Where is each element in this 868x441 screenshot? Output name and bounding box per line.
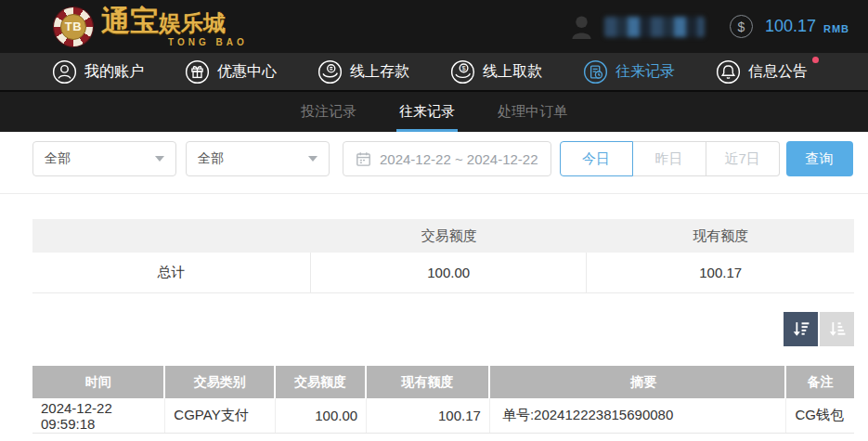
quick-date-group: 今日 昨日 近7日: [560, 141, 780, 176]
sort-descending-button[interactable]: [784, 312, 818, 346]
balance-amount: 100.17: [765, 17, 816, 36]
site-name-en: TONG BAO: [168, 38, 248, 47]
transactions-table: 时间 交易类别 交易额度 现有额度 摘要 备注 2024-12-22 09:59…: [32, 366, 854, 434]
currency-label: RMB: [823, 19, 849, 34]
deposit-icon: [317, 59, 343, 84]
header-time: 时间: [32, 366, 165, 398]
sort-ascending-button[interactable]: [820, 312, 854, 346]
header-amount: 交易额度: [276, 366, 367, 398]
cell-summary: 单号:202412223815690080: [490, 398, 786, 433]
dollar-icon: $: [730, 15, 753, 38]
sub-tabs: 投注记录 往来记录 处理中订单: [0, 92, 868, 132]
site-name-cn: 通宝娱乐城: [101, 6, 248, 35]
summary-header-row: 交易额度 现有额度: [32, 219, 854, 253]
today-button[interactable]: 今日: [560, 141, 633, 176]
sort-controls: [0, 312, 854, 346]
cell-amount: 100.00: [276, 398, 367, 433]
search-button[interactable]: 查询: [786, 141, 853, 176]
header-remark: 备注: [786, 366, 854, 398]
site-logo[interactable]: TB 通宝娱乐城 TONG BAO: [54, 6, 248, 47]
gift-icon: [185, 59, 210, 84]
nav-item-withdraw[interactable]: $ 线上取款: [450, 59, 542, 84]
summary-header-empty: [32, 219, 311, 253]
yesterday-button[interactable]: 昨日: [633, 141, 706, 176]
summary-total-row: 总计 100.00 100.17: [32, 253, 854, 293]
main-nav: 我的账户 优惠中心 线上存款 $ 线上取款 往来记录: [0, 53, 868, 92]
chevron-down-icon: [308, 156, 317, 162]
table-header-row: 时间 交易类别 交易额度 现有额度 摘要 备注: [32, 366, 854, 398]
sort-desc-icon: [791, 319, 810, 339]
records-icon: [583, 59, 608, 84]
summary-header-transaction: 交易额度: [311, 219, 587, 253]
summary-total-label: 总计: [32, 253, 311, 292]
header-summary: 摘要: [490, 366, 786, 398]
sort-asc-icon: [827, 319, 847, 339]
type-select[interactable]: 全部: [32, 141, 176, 176]
summary-current-balance: 100.17: [587, 253, 854, 292]
table-row: 2024-12-22 09:59:18 CGPAY支付 100.00 100.1…: [32, 398, 854, 434]
nav-item-deposit[interactable]: 线上存款: [317, 59, 409, 84]
nav-item-records[interactable]: 往来记录: [583, 59, 675, 84]
calendar-icon: [356, 151, 371, 167]
header-balance: 现有额度: [367, 366, 490, 398]
summary-transaction-amount: 100.00: [311, 253, 587, 292]
nav-item-announcements[interactable]: 信息公告: [716, 59, 808, 84]
date-range-input[interactable]: 2024-12-22 ~ 2024-12-22: [343, 141, 551, 176]
cell-type: CGPAY支付: [165, 398, 276, 433]
cell-time: 2024-12-22 09:59:18: [32, 398, 165, 433]
summary-table: 交易额度 现有额度 总计 100.00 100.17: [32, 219, 854, 293]
nav-item-promotions[interactable]: 优惠中心: [185, 59, 277, 84]
nav-item-my-account[interactable]: 我的账户: [52, 59, 144, 84]
top-bar: TB 通宝娱乐城 TONG BAO $ 100.17 RMB: [0, 0, 868, 53]
user-icon: [52, 59, 77, 84]
tab-processing-orders[interactable]: 处理中订单: [498, 92, 567, 132]
withdraw-icon: $: [450, 59, 475, 84]
tab-betting-records[interactable]: 投注记录: [301, 92, 356, 132]
cell-remark: CG钱包: [786, 398, 854, 433]
chip-label: TB: [60, 14, 86, 40]
cell-balance: 100.17: [367, 398, 490, 433]
bell-icon: [716, 59, 741, 84]
poker-chip-icon: TB: [54, 7, 93, 46]
svg-text:$: $: [462, 63, 466, 71]
last7days-button[interactable]: 近7日: [706, 141, 780, 176]
tab-transaction-records[interactable]: 往来记录: [399, 92, 455, 132]
notification-badge: [812, 57, 819, 63]
filter-bar: 全部 全部 2024-12-22 ~ 2024-12-22 今日 昨日 近7日 …: [0, 132, 868, 194]
category-select[interactable]: 全部: [186, 141, 330, 176]
username-redacted: [604, 17, 705, 37]
account-summary: $ 100.17 RMB: [571, 15, 849, 39]
chevron-down-icon: [155, 156, 164, 162]
avatar-icon: [571, 15, 592, 39]
summary-header-balance: 现有额度: [587, 219, 854, 253]
header-type: 交易类别: [165, 366, 276, 398]
